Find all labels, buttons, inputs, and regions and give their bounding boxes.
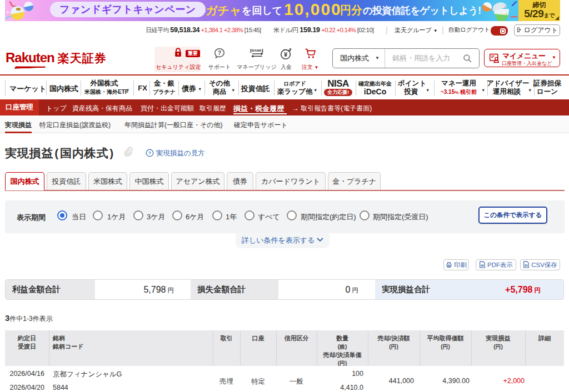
svg-text:?: ? — [218, 50, 221, 56]
svg-text:PDF: PDF — [481, 264, 484, 267]
svg-text:BANK: BANK — [252, 48, 262, 52]
svg-text:?: ? — [148, 150, 151, 155]
svg-text:¥: ¥ — [284, 51, 288, 58]
svg-text:CSV: CSV — [525, 264, 528, 267]
